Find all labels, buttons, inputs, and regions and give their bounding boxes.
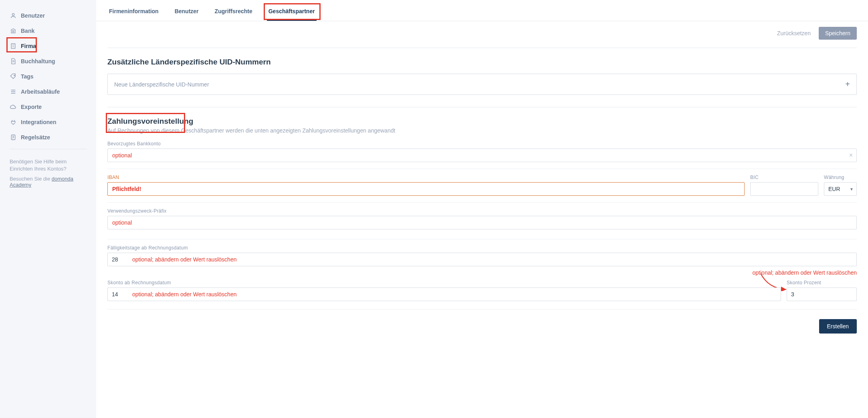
svg-point-2 xyxy=(14,75,15,76)
content: Zusätzliche Länderspezifische UID-Nummer… xyxy=(96,48,868,350)
sidebar-item-label: Buchhaltung xyxy=(21,58,55,64)
reset-button[interactable]: Zurücksetzen xyxy=(777,30,811,36)
purpose-label: Verwendungszweck-Präfix xyxy=(107,208,857,214)
bic-input[interactable] xyxy=(750,182,818,196)
due-label: Fälligkeitstage ab Rechnungsdatum xyxy=(107,245,857,251)
svg-rect-1 xyxy=(11,44,15,48)
bic-label: BIC xyxy=(750,175,818,180)
uid-add-row[interactable]: Neue Länderspezifische UID-Nummer + xyxy=(107,74,857,95)
clear-icon[interactable]: × xyxy=(849,152,853,159)
sidebar-item-label: Integrationen xyxy=(21,119,57,125)
sidebar-item-buchhaltung[interactable]: Buchhaltung xyxy=(0,54,96,69)
uid-section-title: Zusätzliche Länderspezifische UID-Nummer… xyxy=(107,58,857,66)
plug-icon xyxy=(10,119,17,126)
sidebar-item-tags[interactable]: Tags xyxy=(0,69,96,84)
sidebar-item-regelsaetze[interactable]: Regelsätze xyxy=(0,130,96,145)
sidebar-item-label: Regelsätze xyxy=(21,134,50,141)
tab-geschaeftspartner[interactable]: Geschäftspartner xyxy=(267,0,317,21)
main: Firmeninformation Benutzer Zugriffsrecht… xyxy=(96,0,868,418)
due-input[interactable] xyxy=(107,253,857,266)
user-icon xyxy=(10,12,17,19)
uid-add-label: Neue Länderspezifische UID-Nummer xyxy=(114,81,209,88)
building-icon xyxy=(10,42,17,50)
tag-icon xyxy=(10,73,17,80)
skonto-date-label: Skonto ab Rechnungsdatum xyxy=(107,280,781,285)
skonto-top-annot: optional; abändern oder Wert rauslöschen xyxy=(753,269,857,276)
thin-divider xyxy=(107,309,857,309)
svg-point-0 xyxy=(12,14,14,16)
sidebar-item-firma[interactable]: Firma xyxy=(0,38,96,54)
bank-label: Bevorzugtes Bankkonto xyxy=(107,141,857,147)
thin-divider xyxy=(107,169,857,169)
rules-icon xyxy=(10,134,17,141)
skonto-date-input[interactable] xyxy=(107,287,781,301)
bank-icon xyxy=(10,27,17,34)
document-icon xyxy=(10,58,17,65)
sidebar-item-integrationen[interactable]: Integrationen xyxy=(0,115,96,130)
cloud-icon xyxy=(10,103,17,111)
sidebar-item-label: Bank xyxy=(21,28,34,34)
iban-label: IBAN xyxy=(107,175,745,180)
skonto-pct-label: Skonto Prozent xyxy=(787,280,857,285)
bank-input[interactable] xyxy=(107,149,857,162)
tab-firmeninformation[interactable]: Firmeninformation xyxy=(107,0,160,21)
sidebar-item-label: Benutzer xyxy=(21,12,45,19)
currency-select[interactable] xyxy=(824,182,857,196)
thin-divider xyxy=(107,239,857,239)
plus-icon: + xyxy=(845,80,850,89)
sidebar-item-label: Arbeitsabläufe xyxy=(21,88,60,95)
purpose-input[interactable] xyxy=(107,216,857,229)
skonto-pct-input[interactable] xyxy=(787,287,857,301)
tab-benutzer[interactable]: Benutzer xyxy=(173,0,200,21)
sidebar-help-text: Benötigen Sie Hilfe beim Einrichten Ihre… xyxy=(0,153,96,174)
sidebar-item-label: Exporte xyxy=(21,104,42,110)
sidebar-item-exporte[interactable]: Exporte xyxy=(0,99,96,115)
sidebar-visit: Besuchen Sie die domonda Academy xyxy=(0,174,96,189)
tab-zugriffsrechte[interactable]: Zugriffsrechte xyxy=(213,0,254,21)
sidebar-item-bank[interactable]: Bank xyxy=(0,23,96,38)
payment-subtitle: Auf Rechnungen von diesem Geschäftspartn… xyxy=(107,127,857,134)
iban-input[interactable] xyxy=(107,182,745,196)
tabs: Firmeninformation Benutzer Zugriffsrecht… xyxy=(96,0,868,21)
create-button[interactable]: Erstellen xyxy=(819,319,857,334)
divider xyxy=(107,107,857,107)
sidebar-separator xyxy=(10,149,87,149)
topbar: Zurücksetzen Speichern xyxy=(96,21,868,48)
sidebar-item-arbeitsablaeufe[interactable]: Arbeitsabläufe xyxy=(0,84,96,99)
sidebar-item-benutzer[interactable]: Benutzer xyxy=(0,8,96,23)
currency-label: Währung xyxy=(824,175,857,180)
sidebar: Benutzer Bank Firma Buchhaltung Tags Arb… xyxy=(0,0,96,418)
payment-title: Zahlungsvoreinstellung xyxy=(107,117,857,126)
save-button[interactable]: Speichern xyxy=(819,27,857,40)
sidebar-item-label: Tags xyxy=(21,73,34,80)
divider xyxy=(107,48,857,48)
sidebar-item-label: Firma xyxy=(21,43,36,49)
list-icon xyxy=(10,88,17,95)
thin-divider xyxy=(107,202,857,203)
